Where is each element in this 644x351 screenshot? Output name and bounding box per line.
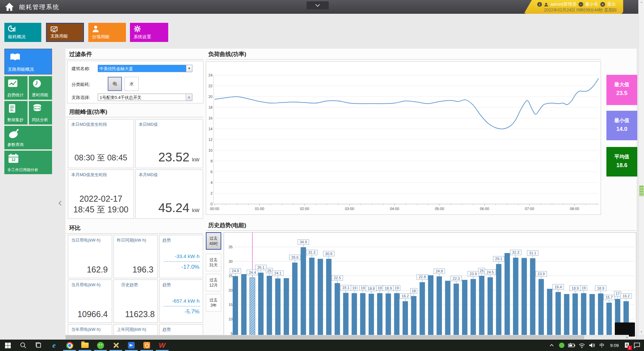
info-icon[interactable]: i (537, 2, 542, 7)
app-title: 能耗管理系统 (19, 3, 59, 11)
taskbar-blue-app-button[interactable] (124, 340, 139, 351)
internet-explorer-icon: e (52, 341, 56, 350)
svg-text:19: 19 (582, 286, 586, 290)
chevron-down-icon[interactable]: ▼ (186, 65, 192, 72)
sidebar-item-yoy-analysis[interactable]: 同比分析 (29, 101, 52, 124)
minimize-button[interactable]: 最小化 (585, 1, 598, 7)
divider (206, 230, 636, 231)
svg-text:10: 10 (229, 317, 233, 321)
tray-notification-button[interactable]: 1 (623, 340, 631, 351)
nav-tab-branch-energy[interactable]: 支路用能 (46, 23, 84, 42)
range-button-12m[interactable]: 过去 12月 (206, 274, 221, 291)
taskbar-explorer-button[interactable] (77, 340, 93, 351)
card-label: 当日用电(kW·h) (71, 238, 101, 243)
taskbar-search-button[interactable] (15, 340, 31, 351)
sidebar-item-parameter-query[interactable]: 参数查询 (4, 126, 52, 149)
svg-text:24.8: 24.8 (435, 269, 443, 273)
taskbar-tool-button[interactable] (108, 340, 124, 351)
scroll-up-arrow-icon[interactable]: ⌃ (639, 1, 644, 5)
svg-text:01:00: 01:00 (255, 207, 264, 211)
nav-tab-energy-overview[interactable]: 能耗概况 (4, 23, 41, 42)
horizontal-scrollbar[interactable]: › (65, 335, 629, 340)
task-view-button[interactable] (31, 340, 46, 351)
horizontal-scrollbar-thumb[interactable] (65, 335, 584, 339)
energy-option-water[interactable]: 水 (125, 77, 139, 91)
nav-tab-system-settings[interactable]: 系统设置 (130, 23, 168, 42)
range-button-3y[interactable]: 过去 3年 (206, 294, 221, 311)
ime-indicator[interactable]: 中 (598, 340, 606, 351)
vertical-scrollbar-thumb[interactable] (639, 186, 644, 196)
card-label: 趋势 (163, 238, 171, 243)
logout-button[interactable]: 退出 (607, 1, 616, 7)
card-value: 162.9 (87, 265, 108, 274)
taskbar-ie-button[interactable]: e (46, 340, 62, 351)
sidebar-item-label: 趋势统计 (7, 92, 24, 98)
svg-text:12: 12 (11, 158, 15, 162)
huanbi-card: 昨日同期(kW·h) 196.3 (113, 235, 158, 278)
tray-battery-button[interactable] (567, 340, 576, 351)
stat-value: 14.0 (606, 126, 637, 133)
taskbar-chrome-button[interactable] (62, 340, 77, 351)
svg-text:15: 15 (229, 303, 233, 307)
energy-option-electric[interactable]: 电 (108, 77, 122, 91)
range-button-48h[interactable]: 过去 48时 (206, 232, 221, 250)
svg-text:6: 6 (211, 170, 213, 174)
sidebar-item-trend-stats[interactable]: 趋势统计 (4, 76, 28, 100)
tray-wifi-button[interactable] (578, 340, 586, 351)
sidebar-collapse-arrow[interactable]: ‹ (56, 195, 64, 210)
scroll-down-arrow-icon[interactable]: ⌄ (639, 329, 644, 333)
branch-select-value: 1号配变0.4千伏总开关 (98, 94, 186, 101)
card-label: 昨日同期(kW·h) (117, 238, 146, 243)
trend-divider (164, 306, 200, 306)
logout-icon[interactable]: × (600, 2, 605, 7)
minimize-icon[interactable]: − (579, 2, 583, 7)
svg-text:18: 18 (209, 105, 213, 109)
crossed-tools-icon (112, 342, 120, 349)
sidebar-item-nonworkday-analysis[interactable]: 12 非工作日用能分析 (4, 151, 52, 174)
nav-tab-label: 支路用能 (50, 33, 68, 39)
svg-text:25: 25 (267, 269, 271, 273)
card-label: 当年用电(kW·h) (71, 327, 101, 333)
svg-text:30.9: 30.9 (325, 252, 332, 256)
taskbar-wechat-button[interactable] (93, 340, 108, 351)
calendar-icon: 12 (8, 153, 19, 165)
stat-value: 18.6 (606, 162, 637, 169)
home-icon[interactable] (3, 1, 15, 13)
svg-text:31.1: 31.1 (529, 251, 536, 255)
svg-text:14: 14 (209, 127, 213, 131)
building-select[interactable]: 中美信托金融大厦 ▼ (98, 65, 192, 72)
range-label: 过去 (210, 236, 218, 241)
scroll-right-arrow-icon[interactable]: › (626, 335, 628, 340)
svg-text:26.1: 26.1 (257, 265, 264, 269)
svg-text:22.5: 22.5 (334, 276, 341, 280)
topbar-collapse-button[interactable] (307, 1, 329, 9)
chrome-icon (66, 342, 73, 349)
tray-expand-button[interactable] (547, 340, 556, 351)
taskbar-clock[interactable]: 9:09 (608, 340, 621, 351)
chevron-down-icon[interactable]: ˅ (186, 94, 192, 101)
action-center-button[interactable] (633, 340, 641, 351)
nav-tab-label: 系统设置 (134, 34, 151, 40)
branch-select[interactable]: 1号配变0.4千伏总开关 ˅ (98, 94, 192, 101)
range-button-31d[interactable]: 过去 31天 (206, 254, 221, 271)
svg-text:08:00: 08:00 (570, 207, 579, 211)
divider (66, 117, 203, 117)
energy-type-label: 分类能耗: (72, 82, 90, 88)
start-button[interactable] (0, 340, 15, 351)
sidebar-item-data-collection[interactable]: 数据集抄 (4, 101, 28, 124)
resize-grip: ⋰⋰ (631, 334, 637, 340)
card-value: 18:45 至 19:00 (68, 204, 134, 215)
vertical-scrollbar[interactable]: ⌃ ⌄ (638, 0, 644, 335)
nav-tab-category-energy[interactable]: 分项用能 (88, 23, 126, 42)
wifi-icon (579, 343, 585, 348)
taskbar-orange-app-button[interactable] (139, 340, 154, 351)
sidebar-item-hourly-energy[interactable]: 逐时用能 (29, 76, 52, 100)
tray-volume-button[interactable] (588, 340, 596, 351)
tray-wechat-button[interactable] (557, 340, 566, 351)
battery-icon (568, 343, 576, 348)
svg-text:24.1: 24.1 (274, 271, 281, 275)
sidebar-item-label: 非工作日用能分析 (7, 167, 38, 172)
taskbar-wps-button[interactable]: W (154, 340, 170, 351)
sidebar-item-branch-overview[interactable]: 支路用能概况 (4, 49, 52, 74)
range-label: 过去 (210, 257, 218, 262)
